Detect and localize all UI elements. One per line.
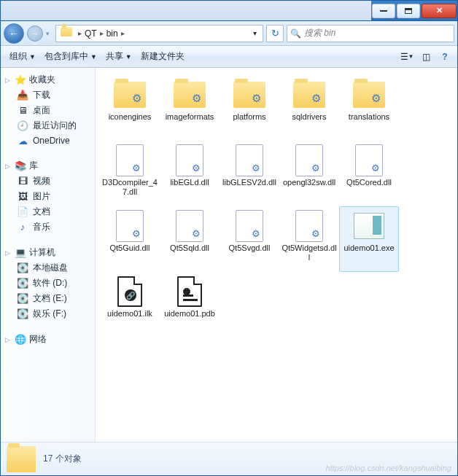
maximize-button[interactable] <box>397 4 420 18</box>
address-bar[interactable]: ▸ QT ▸ bin ▸ ▾ <box>55 25 263 42</box>
file-label: opengl32sw.dll <box>283 178 335 187</box>
breadcrumb-sep: ▸ <box>77 29 83 37</box>
file-icon: ⚙ <box>292 144 327 176</box>
file-label: iconengines <box>109 112 152 122</box>
file-label: libEGLd.dll <box>170 178 209 187</box>
file-item[interactable]: ⚙D3Dcompiler_47.dll <box>100 141 160 206</box>
breadcrumb-seg[interactable]: QT <box>83 28 98 39</box>
file-icon: ⚙ <box>232 144 267 176</box>
file-item[interactable]: ⚙opengl32sw.dll <box>279 141 339 206</box>
file-item[interactable]: uidemo01.exe <box>339 206 399 272</box>
file-label: imageformats <box>166 112 214 122</box>
folder-icon <box>7 446 36 472</box>
help-button[interactable]: ? <box>437 49 453 65</box>
file-icon: ⚙ <box>232 79 267 111</box>
library-icon: 📚 <box>15 160 26 172</box>
organize-button[interactable]: 组织▼ <box>5 48 40 65</box>
new-folder-button[interactable]: 新建文件夹 <box>136 48 189 65</box>
folder-icon <box>61 27 74 40</box>
file-item[interactable]: ⚙sqldrivers <box>279 75 339 141</box>
search-box[interactable]: 🔍 搜索 bin <box>287 25 454 42</box>
close-button[interactable]: ✕ <box>422 4 457 18</box>
minimize-button[interactable] <box>372 4 395 18</box>
file-icon: ⚙ <box>232 210 267 242</box>
address-dropdown[interactable]: ▾ <box>248 29 261 37</box>
sidebar-favorites-head[interactable]: ▷⭐收藏夹 <box>2 72 93 87</box>
desktop-icon: 🖥 <box>17 105 28 117</box>
search-placeholder: 搜索 bin <box>304 27 335 39</box>
view-options-button[interactable]: ☰▼ <box>399 49 415 65</box>
include-library-button[interactable]: 包含到库中▼ <box>40 48 101 65</box>
pictures-icon: 🖼 <box>17 191 28 203</box>
file-icon: ⚙ <box>112 144 147 176</box>
breadcrumb-seg[interactable]: bin <box>105 28 120 39</box>
doc-icon: 📄 <box>17 206 28 218</box>
file-item[interactable]: ⚙translations <box>339 75 399 141</box>
file-item[interactable]: ⚙platforms <box>220 75 279 141</box>
sidebar-item-onedrive[interactable]: ☁OneDrive <box>2 133 93 148</box>
sidebar-item-drive-f[interactable]: 💽娱乐 (F:) <box>2 306 93 321</box>
nav-back-button[interactable]: ← <box>4 23 24 44</box>
sidebar-item-drive-c[interactable]: 💽本地磁盘 <box>2 260 93 276</box>
file-label: sqldrivers <box>292 112 326 122</box>
file-item[interactable]: ⚙libEGLd.dll <box>160 141 220 206</box>
drive-icon: 💽 <box>17 278 28 289</box>
file-item[interactable]: ⚙imageformats <box>160 75 220 141</box>
file-item[interactable]: uidemo01.pdb <box>160 272 220 338</box>
sidebar-item-documents[interactable]: 📄文档 <box>2 204 93 219</box>
file-item[interactable]: ⚙iconengines <box>100 75 160 141</box>
titlebar: ✕ <box>1 1 457 21</box>
sidebar-item-music[interactable]: ♪音乐 <box>2 219 93 235</box>
sidebar-computer-head[interactable]: ▷💻计算机 <box>2 245 93 260</box>
file-item[interactable]: 🔗uidemo01.ilk <box>100 272 160 338</box>
title-spacer <box>1 1 371 20</box>
sidebar-item-drive-e[interactable]: 💽文档 (E:) <box>2 291 93 306</box>
sidebar-item-videos[interactable]: 🎞视频 <box>2 173 93 189</box>
drive-icon: 💽 <box>17 262 28 274</box>
sidebar-item-recent[interactable]: 🕘最近访问的 <box>2 118 93 133</box>
network-icon: 🌐 <box>15 334 26 346</box>
download-icon: 📥 <box>17 90 28 101</box>
file-label: translations <box>349 112 389 122</box>
explorer-window: ✕ ← → ▾ ▸ QT ▸ bin ▸ ▾ ↻ 🔍 搜索 bin 组织▼ 包含… <box>0 0 458 476</box>
body: ▷⭐收藏夹 📥下载 🖥桌面 🕘最近访问的 ☁OneDrive ▷📚库 🎞视频 🖼… <box>1 68 457 442</box>
breadcrumb-sep: ▸ <box>98 29 105 37</box>
file-icon: ⚙ <box>172 79 207 111</box>
file-item[interactable]: ⚙Qt5Sqld.dll <box>160 206 220 272</box>
file-item[interactable]: ⚙Qt5Cored.dll <box>339 141 399 206</box>
nav-forward-button[interactable]: → <box>27 26 43 42</box>
file-label: uidemo01.exe <box>344 243 394 253</box>
music-icon: ♪ <box>17 222 28 233</box>
file-icon: ⚙ <box>112 79 147 111</box>
onedrive-icon: ☁ <box>17 135 28 147</box>
sidebar-item-desktop[interactable]: 🖥桌面 <box>2 103 93 118</box>
preview-pane-button[interactable]: ◫ <box>418 49 434 65</box>
share-button[interactable]: 共享▼ <box>101 48 136 65</box>
file-label: libGLESV2d.dll <box>222 178 276 187</box>
star-icon: ⭐ <box>15 74 26 86</box>
sidebar-item-pictures[interactable]: 🖼图片 <box>2 189 93 204</box>
recent-icon: 🕘 <box>17 120 28 132</box>
search-icon: 🔍 <box>290 28 301 39</box>
sidebar-network-head[interactable]: ▷🌐网络 <box>2 332 93 347</box>
file-pane[interactable]: ⚙iconengines⚙imageformats⚙platforms⚙sqld… <box>96 68 457 442</box>
file-item[interactable]: ⚙Qt5Svgd.dll <box>220 206 279 272</box>
sidebar-libraries-head[interactable]: ▷📚库 <box>2 158 93 173</box>
file-icon: ⚙ <box>352 144 387 176</box>
file-label: Qt5Guid.dll <box>109 243 150 253</box>
video-icon: 🎞 <box>17 176 28 187</box>
navbar: ← → ▾ ▸ QT ▸ bin ▸ ▾ ↻ 🔍 搜索 bin <box>1 21 457 46</box>
statusbar: 17 个对象 https://blog.csdn.net/kangshuaibi… <box>1 442 457 475</box>
file-item[interactable]: ⚙Qt5Guid.dll <box>100 206 160 272</box>
file-icon: ⚙ <box>292 210 327 242</box>
file-icon <box>172 276 207 308</box>
file-item[interactable]: ⚙libGLESV2d.dll <box>220 141 279 206</box>
file-icon: ⚙ <box>352 79 387 111</box>
watermark-text: https://blog.csdn.net/kangshuaibing <box>326 464 451 472</box>
refresh-button[interactable]: ↻ <box>266 25 284 42</box>
file-item[interactable]: ⚙Qt5Widgetsd.dll <box>279 206 339 272</box>
sidebar-item-drive-d[interactable]: 💽软件 (D:) <box>2 276 93 291</box>
history-dropdown[interactable]: ▾ <box>46 30 53 37</box>
sidebar-item-downloads[interactable]: 📥下载 <box>2 87 93 103</box>
file-icon: ⚙ <box>112 210 147 242</box>
